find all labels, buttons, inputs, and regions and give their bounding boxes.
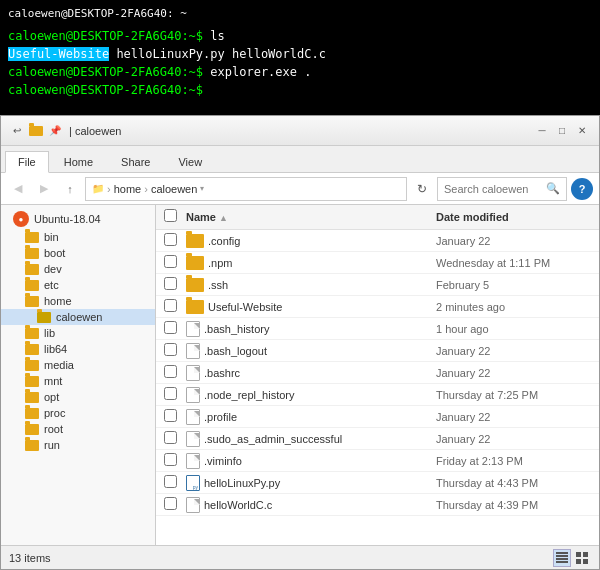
sidebar-label-media: media (44, 359, 74, 371)
row-checkbox[interactable] (164, 453, 186, 469)
row-checkbox[interactable] (164, 409, 186, 425)
doc-file-icon (186, 453, 200, 469)
row-checkbox[interactable] (164, 365, 186, 381)
file-list-container: Name ▲ Date modified .config January 22 … (156, 205, 599, 545)
row-checkbox[interactable] (164, 321, 186, 337)
sidebar-label-lib64: lib64 (44, 343, 67, 355)
select-all-checkbox[interactable] (164, 209, 177, 222)
terminal-files: helloLinuxPy.py helloWorldC.c (116, 47, 326, 61)
sidebar-label-opt: opt (44, 391, 59, 403)
window-controls: ─ □ ✕ (533, 122, 591, 140)
tab-file[interactable]: File (5, 151, 49, 173)
col-date-header[interactable]: Date modified (436, 211, 591, 223)
sidebar-item-caloewen[interactable]: caloewen (1, 309, 155, 325)
close-button[interactable]: ✕ (573, 122, 591, 140)
sidebar-item-mnt[interactable]: mnt (1, 373, 155, 389)
back-button[interactable]: ◀ (7, 178, 29, 200)
sidebar-item-home[interactable]: home (1, 293, 155, 309)
maximize-button[interactable]: □ (553, 122, 571, 140)
header-check[interactable] (164, 209, 186, 225)
row-check[interactable] (164, 299, 177, 312)
table-row[interactable]: .viminfo Friday at 2:13 PM (156, 450, 599, 472)
sidebar-item-etc[interactable]: etc (1, 277, 155, 293)
table-row[interactable]: .bash_history 1 hour ago (156, 318, 599, 340)
sidebar-item-dev[interactable]: dev (1, 261, 155, 277)
row-check[interactable] (164, 409, 177, 422)
sidebar-item-boot[interactable]: boot (1, 245, 155, 261)
terminal-line-1: caloewen@DESKTOP-2FA6G40:~$ ls (8, 27, 592, 45)
tab-home[interactable]: Home (51, 151, 106, 172)
tab-view[interactable]: View (165, 151, 215, 172)
row-checkbox[interactable] (164, 387, 186, 403)
sidebar-item-run[interactable]: run (1, 437, 155, 453)
sidebar-item-lib64[interactable]: lib64 (1, 341, 155, 357)
row-checkbox[interactable] (164, 255, 186, 271)
row-check[interactable] (164, 255, 177, 268)
sidebar-item-bin[interactable]: bin (1, 229, 155, 245)
sidebar-item-lib[interactable]: lib (1, 325, 155, 341)
forward-button[interactable]: ▶ (33, 178, 55, 200)
row-check[interactable] (164, 365, 177, 378)
table-row[interactable]: .config January 22 (156, 230, 599, 252)
breadcrumb[interactable]: ​ 📁 › home › caloewen ▾ (85, 177, 407, 201)
row-checkbox[interactable] (164, 497, 186, 513)
sidebar-label-boot: boot (44, 247, 65, 259)
table-row[interactable]: .bash_logout January 22 (156, 340, 599, 362)
row-check[interactable] (164, 277, 177, 290)
ribbon: File Home Share View (1, 146, 599, 173)
sidebar-item-media[interactable]: media (1, 357, 155, 373)
row-check[interactable] (164, 343, 177, 356)
tiles-view-button[interactable] (573, 549, 591, 567)
search-input[interactable] (444, 183, 546, 195)
terminal-line-3: caloewen@DESKTOP-2FA6G40:~$ explorer.exe… (8, 63, 592, 81)
help-button[interactable]: ? (571, 178, 593, 200)
row-check[interactable] (164, 453, 177, 466)
sidebar-label-root: root (44, 423, 63, 435)
tab-share[interactable]: Share (108, 151, 163, 172)
table-row[interactable]: .profile January 22 (156, 406, 599, 428)
file-date: February 5 (436, 279, 591, 291)
col-name-header[interactable]: Name ▲ (186, 211, 436, 223)
undo-icon[interactable]: ↩ (9, 123, 25, 139)
row-check[interactable] (164, 497, 177, 510)
table-row[interactable]: .ssh February 5 (156, 274, 599, 296)
row-checkbox[interactable] (164, 299, 186, 315)
minimize-button[interactable]: ─ (533, 122, 551, 140)
row-check[interactable] (164, 321, 177, 334)
sidebar-item-ubuntu[interactable]: ● Ubuntu-18.04 (1, 209, 155, 229)
up-button[interactable]: ↑ (59, 178, 81, 200)
row-checkbox[interactable] (164, 233, 186, 249)
folder-icon-run (25, 440, 39, 451)
table-row[interactable]: .npm Wednesday at 1:11 PM (156, 252, 599, 274)
sidebar-item-opt[interactable]: opt (1, 389, 155, 405)
folder-icon (186, 256, 204, 270)
ubuntu-icon: ● (13, 211, 29, 227)
row-check[interactable] (164, 475, 177, 488)
search-bar[interactable]: 🔍 (437, 177, 567, 201)
table-row[interactable]: .node_repl_history Thursday at 7:25 PM (156, 384, 599, 406)
row-check[interactable] (164, 233, 177, 246)
pin-icon[interactable]: 📌 (47, 123, 63, 139)
svg-rect-7 (583, 559, 588, 564)
file-name: .bash_history (204, 323, 436, 335)
table-row[interactable]: .bashrc January 22 (156, 362, 599, 384)
row-checkbox[interactable] (164, 431, 186, 447)
file-list-header: Name ▲ Date modified (156, 205, 599, 230)
file-date: January 22 (436, 411, 591, 423)
sidebar-item-proc[interactable]: proc (1, 405, 155, 421)
sidebar-item-root[interactable]: root (1, 421, 155, 437)
row-check[interactable] (164, 431, 177, 444)
breadcrumb-caloewen[interactable]: caloewen (151, 183, 197, 195)
row-check[interactable] (164, 387, 177, 400)
doc-file-icon (186, 387, 200, 403)
table-row[interactable]: Useful-Website 2 minutes ago (156, 296, 599, 318)
details-view-button[interactable] (553, 549, 571, 567)
row-checkbox[interactable] (164, 277, 186, 293)
table-row[interactable]: py helloLinuxPy.py Thursday at 4:43 PM (156, 472, 599, 494)
table-row[interactable]: helloWorldC.c Thursday at 4:39 PM (156, 494, 599, 516)
row-checkbox[interactable] (164, 343, 186, 359)
breadcrumb-home[interactable]: home (114, 183, 142, 195)
table-row[interactable]: .sudo_as_admin_successful January 22 (156, 428, 599, 450)
row-checkbox[interactable] (164, 475, 186, 491)
refresh-button[interactable]: ↻ (411, 178, 433, 200)
